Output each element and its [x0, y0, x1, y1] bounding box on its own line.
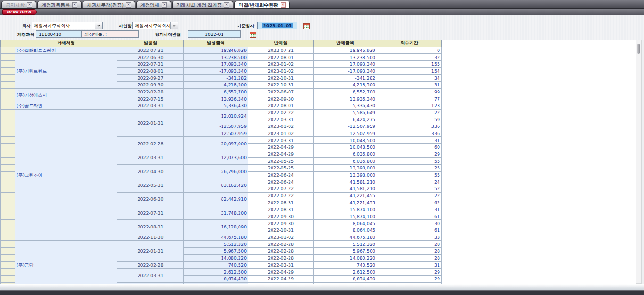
settle-amount-cell[interactable]: 6,654,450	[314, 275, 377, 282]
collect-days-cell[interactable]: 99	[377, 88, 442, 95]
settle-amount-cell[interactable]: 5,967,500	[314, 248, 377, 255]
calendar-icon[interactable]	[303, 22, 310, 29]
occur-amount-cell[interactable]: 5,967,500	[184, 248, 248, 255]
occur-amount-cell[interactable]: -18,846,939	[184, 47, 248, 54]
row-selector[interactable]	[1, 82, 15, 89]
settle-amount-cell[interactable]: 8,064,045	[314, 227, 377, 234]
grid-corner-cell[interactable]	[1, 40, 15, 47]
settle-date-cell[interactable]: 2022-02-22	[248, 109, 314, 116]
row-selector[interactable]	[1, 275, 15, 282]
collect-days-cell[interactable]: 32	[377, 54, 442, 61]
settle-amount-cell[interactable]: -341,282	[314, 75, 377, 82]
occur-amount-cell[interactable]: 5,512,320	[184, 241, 248, 248]
settle-date-cell[interactable]: 2022-02-28	[248, 241, 314, 248]
settle-date-cell[interactable]: 2022-06-07	[248, 88, 314, 95]
customer-name-cell[interactable]: (주)갤러리드슬레이	[15, 47, 117, 54]
settle-amount-cell[interactable]: 6,036,800	[314, 151, 377, 158]
collect-days-cell[interactable]: 62	[377, 199, 442, 206]
tab-settlement-status[interactable]: 미결/반제회수현황✕	[234, 1, 290, 8]
row-selector[interactable]	[1, 47, 15, 54]
collect-days-cell[interactable]: 31	[377, 261, 442, 269]
occur-amount-cell[interactable]: 12,507,959	[184, 130, 248, 137]
occur-amount-cell[interactable]: 16,128,090	[184, 220, 248, 234]
row-selector[interactable]	[1, 88, 15, 95]
occur-amount-cell[interactable]: 12,010,924	[184, 109, 248, 123]
chevron-down-icon[interactable]	[95, 22, 102, 29]
row-selector[interactable]	[1, 67, 15, 75]
collect-days-cell[interactable]: 29	[377, 269, 442, 276]
collect-days-cell[interactable]: 29	[377, 275, 442, 282]
occur-date-cell[interactable]: 2022-05-31	[117, 178, 184, 192]
collect-days-cell[interactable]: 336	[377, 130, 442, 137]
col-header-settle-amount[interactable]: 반제금액	[314, 40, 377, 47]
base-date-input[interactable]: 2023-01-05	[257, 22, 297, 29]
period-start-field[interactable]: 2022-01	[188, 30, 241, 38]
occur-amount-cell[interactable]: -341,282	[184, 75, 248, 82]
collect-days-cell[interactable]: 59	[377, 116, 442, 123]
occur-date-cell[interactable]: 2022-07-31	[117, 206, 184, 220]
settle-amount-cell[interactable]: 6,552,700	[314, 88, 377, 95]
account-code-field[interactable]: 11100410	[36, 30, 82, 38]
tab-close-icon[interactable]: ✕	[224, 2, 229, 8]
collect-days-cell[interactable]: 55	[377, 171, 442, 178]
collect-days-cell[interactable]: 55	[377, 158, 442, 165]
collect-days-cell[interactable]: 34	[377, 75, 442, 82]
collect-days-cell[interactable]: 154	[377, 67, 442, 75]
settle-date-cell[interactable]: 2023-01-02	[248, 67, 314, 75]
row-selector[interactable]	[1, 75, 15, 82]
settle-date-cell[interactable]: 2022-08-31	[248, 206, 314, 213]
row-selector[interactable]	[1, 178, 15, 185]
collect-days-cell[interactable]: 25	[377, 165, 442, 172]
row-selector[interactable]	[1, 220, 15, 227]
row-selector[interactable]	[1, 137, 15, 144]
collect-days-cell[interactable]: 60	[377, 144, 442, 151]
occur-amount-cell[interactable]: -17,093,340	[184, 67, 248, 75]
occur-amount-cell[interactable]: 26,796,000	[184, 165, 248, 178]
collect-days-cell[interactable]: 123	[377, 102, 442, 110]
settle-amount-cell[interactable]: 6,424,275	[314, 116, 377, 123]
settle-date-cell[interactable]: 2023-01-02	[248, 234, 314, 241]
occur-amount-cell[interactable]: 2,612,500	[184, 269, 248, 276]
company-select[interactable]: 제일저지주식회사	[32, 22, 103, 29]
settle-date-cell[interactable]: 2022-07-22	[248, 185, 314, 193]
collect-days-cell[interactable]: 29	[377, 151, 442, 158]
settle-amount-cell[interactable]: 5,586,649	[314, 109, 377, 116]
chevron-down-icon[interactable]	[170, 22, 178, 29]
occur-date-cell[interactable]: 2022-01-31	[117, 109, 184, 137]
settle-date-cell[interactable]: 2022-09-30	[248, 220, 314, 227]
settle-amount-cell[interactable]: 5,512,320	[314, 241, 377, 248]
occur-date-cell[interactable]: 2022-07-15	[117, 95, 184, 102]
occur-date-cell[interactable]: 2022-03-31	[117, 269, 184, 282]
row-selector[interactable]	[1, 109, 15, 116]
row-selector[interactable]	[1, 254, 15, 261]
tab-ledger[interactable]: 채권채무장(전표)✕	[83, 1, 135, 8]
settle-amount-cell[interactable]: 44,675,180	[314, 234, 377, 241]
customer-name-cell[interactable]: (주)금담	[15, 241, 117, 284]
menu-open-button[interactable]: MENU OPEN	[2, 9, 37, 15]
settle-date-cell[interactable]: 2022-08-01	[248, 54, 314, 61]
occur-amount-cell[interactable]: 17,093,340	[184, 61, 248, 68]
settle-date-cell[interactable]: 2022-10-31	[248, 82, 314, 89]
scrollbar-thumb[interactable]	[637, 44, 640, 54]
collect-days-cell[interactable]: 22	[377, 109, 442, 116]
settle-amount-cell[interactable]: 13,238,500	[314, 54, 377, 61]
occur-amount-cell[interactable]: 5,336,430	[184, 102, 248, 110]
col-header-collect-period[interactable]: 회수기간	[377, 40, 442, 47]
occur-date-cell[interactable]: 2022-09-27	[117, 75, 184, 82]
row-selector[interactable]	[1, 144, 15, 151]
settle-date-cell[interactable]: 2022-02-28	[248, 248, 314, 255]
occur-date-cell[interactable]: 2022-06-30	[117, 54, 184, 61]
collect-days-cell[interactable]: 28	[377, 241, 442, 248]
settle-date-cell[interactable]: 2022-05-25	[248, 165, 314, 172]
occur-amount-cell[interactable]: 6,654,450	[184, 275, 248, 282]
settle-amount-cell[interactable]: 12,507,959	[314, 130, 377, 137]
occur-amount-cell[interactable]: 6,552,700	[184, 88, 248, 95]
row-selector[interactable]	[1, 158, 15, 165]
settle-date-cell[interactable]: 2022-10-31	[248, 75, 314, 82]
settle-date-cell[interactable]: 2022-06-24	[248, 178, 314, 185]
settle-date-cell[interactable]: 2022-06-24	[248, 171, 314, 178]
tab-customer-summary[interactable]: 거래처별 계정 집계표✕	[172, 1, 233, 8]
tab-notice[interactable]: 공지사항✕	[1, 1, 36, 8]
col-header-settle-date[interactable]: 반제일	[248, 40, 314, 47]
occur-amount-cell[interactable]: 12,073,600	[184, 151, 248, 164]
